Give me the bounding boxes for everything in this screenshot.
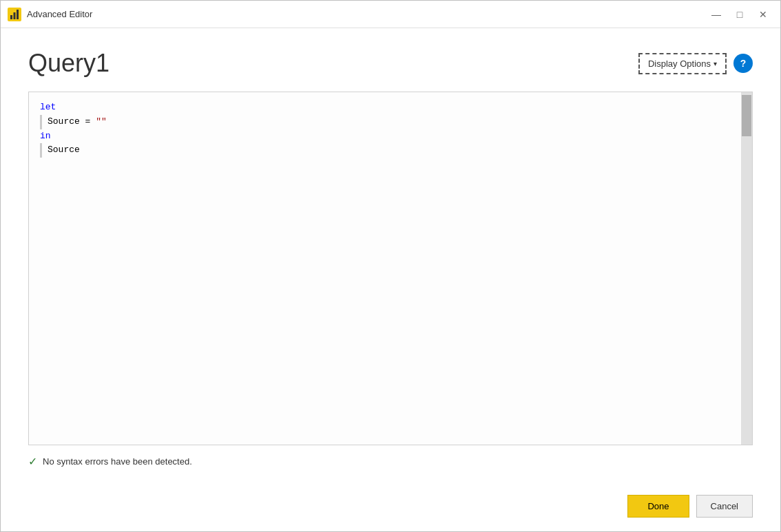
keyword-let: let: [40, 100, 56, 115]
title-text: Advanced Editor: [27, 9, 92, 19]
source-keyword: Source =: [48, 116, 96, 127]
main-content: Query1 Display Options ▾ ? let Source = …: [1, 28, 780, 485]
svg-rect-1: [10, 15, 12, 19]
header-controls: Display Options ▾ ?: [638, 53, 753, 74]
power-bi-icon: [8, 8, 21, 21]
title-bar: Advanced Editor — □ ✕: [1, 1, 780, 28]
close-button[interactable]: ✕: [753, 8, 773, 21]
help-button[interactable]: ?: [733, 54, 753, 73]
editor-scrollbar[interactable]: [741, 92, 752, 445]
cancel-button[interactable]: Cancel: [696, 495, 753, 518]
source-assign: Source = "": [48, 115, 107, 129]
title-bar-left: Advanced Editor: [8, 8, 92, 21]
svg-rect-3: [17, 10, 19, 19]
source-ref: Source: [48, 143, 80, 158]
footer: Done Cancel: [1, 485, 780, 531]
display-options-label: Display Options: [648, 58, 711, 69]
header-row: Query1 Display Options ▾ ?: [28, 49, 753, 78]
scrollbar-thumb: [742, 95, 751, 136]
line-bar-2: [40, 143, 42, 158]
line-bar-1: [40, 115, 42, 129]
status-bar: ✓ No syntax errors have been detected.: [28, 452, 753, 471]
maximize-button[interactable]: □: [729, 8, 750, 21]
check-icon: ✓: [28, 455, 37, 468]
display-options-button[interactable]: Display Options ▾: [638, 53, 727, 74]
chevron-down-icon: ▾: [714, 60, 717, 67]
keyword-in: in: [40, 129, 51, 144]
query-title: Query1: [28, 49, 110, 78]
svg-rect-2: [14, 12, 16, 19]
code-line-3: in: [40, 129, 730, 144]
source-value: "": [96, 116, 107, 127]
advanced-editor-window: Advanced Editor — □ ✕ Query1 Display Opt…: [0, 0, 781, 532]
done-button[interactable]: Done: [627, 495, 689, 518]
minimize-button[interactable]: —: [706, 8, 727, 21]
status-message: No syntax errors have been detected.: [43, 456, 192, 467]
editor-container: let Source = "" in Source: [28, 92, 753, 445]
code-editor[interactable]: let Source = "" in Source: [29, 92, 741, 445]
code-line-2: Source = "": [40, 115, 730, 129]
code-line-4: Source: [40, 143, 730, 158]
title-bar-controls: — □ ✕: [706, 8, 773, 21]
code-line-1: let: [40, 100, 730, 115]
